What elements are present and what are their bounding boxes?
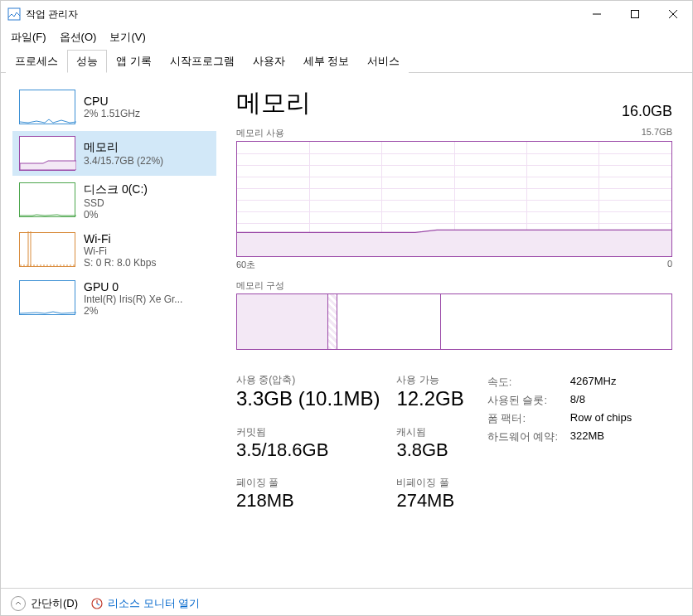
sidebar-item-sub: SSD bbox=[84, 197, 148, 209]
window-controls bbox=[578, 1, 692, 27]
stats-area: 사용 중(압축) 3.3GB (10.1MB) 커밋됨 3.5/18.6GB 페… bbox=[236, 373, 672, 512]
cached-label: 캐시됨 bbox=[396, 425, 463, 439]
menu-options[interactable]: 옵션(O) bbox=[55, 28, 102, 46]
composition-standby bbox=[337, 294, 442, 349]
memory-total: 16.0GB bbox=[622, 103, 672, 120]
paged-value: 218MB bbox=[236, 490, 380, 512]
content: CPU 2% 1.51GHz 메모리 3.4/15.7GB (22%) 디스크 … bbox=[1, 73, 692, 588]
memory-thumbnail bbox=[19, 136, 75, 171]
chart2-label: 메모리 구성 bbox=[236, 279, 284, 292]
reserved-value: 322MB bbox=[570, 428, 604, 446]
sidebar-item-sub: 2% 1.51GHz bbox=[84, 108, 140, 119]
in-use-label: 사용 중(압축) bbox=[236, 373, 380, 387]
memory-usage-chart[interactable] bbox=[236, 141, 672, 257]
fewer-details-label: 간단히(D) bbox=[31, 596, 78, 611]
menu-view[interactable]: 보기(V) bbox=[104, 28, 150, 46]
available-label: 사용 가능 bbox=[396, 373, 463, 387]
wifi-thumbnail bbox=[19, 232, 75, 267]
form-label: 폼 팩터: bbox=[487, 410, 570, 428]
svg-line-11 bbox=[97, 604, 99, 605]
sidebar-item-sub2: S: 0 R: 8.0 Kbps bbox=[84, 257, 156, 269]
svg-marker-8 bbox=[237, 230, 671, 256]
sidebar-item-label: 디스크 0(C:) bbox=[84, 182, 148, 197]
nonpaged-value: 274MB bbox=[396, 490, 463, 512]
svg-rect-2 bbox=[632, 11, 639, 18]
tab-performance[interactable]: 성능 bbox=[67, 50, 107, 73]
form-value: Row of chips bbox=[570, 410, 632, 428]
tab-app-history[interactable]: 앱 기록 bbox=[107, 50, 161, 73]
in-use-value: 3.3GB (10.1MB) bbox=[236, 387, 380, 410]
nonpaged-label: 비페이징 풀 bbox=[396, 476, 463, 490]
sidebar-item-sub: Wi-Fi bbox=[84, 245, 156, 257]
menu-file[interactable]: 파일(F) bbox=[6, 28, 51, 46]
titlebar: 작업 관리자 bbox=[1, 1, 692, 27]
window-title: 작업 관리자 bbox=[26, 7, 578, 22]
footer: 간단히(D) 리소스 모니터 열기 bbox=[1, 588, 692, 616]
sidebar-item-sub2: 0% bbox=[84, 209, 148, 221]
page-title: 메모리 bbox=[236, 86, 311, 120]
sidebar-item-label: CPU bbox=[84, 95, 140, 108]
cached-value: 3.8GB bbox=[396, 439, 463, 461]
disk-thumbnail bbox=[19, 182, 75, 217]
composition-modified bbox=[328, 294, 337, 349]
sidebar-item-cpu[interactable]: CPU 2% 1.51GHz bbox=[12, 85, 216, 129]
memory-composition-chart[interactable] bbox=[236, 293, 672, 350]
sidebar-item-gpu[interactable]: GPU 0 Intel(R) Iris(R) Xe Gr... 2% bbox=[12, 275, 216, 322]
available-value: 12.2GB bbox=[396, 387, 463, 410]
sidebar-item-disk[interactable]: 디스크 0(C:) SSD 0% bbox=[12, 177, 216, 226]
speed-value: 4267MHz bbox=[570, 373, 617, 391]
chevron-up-icon bbox=[11, 596, 26, 611]
app-icon bbox=[7, 7, 21, 21]
sidebar-item-memory[interactable]: 메모리 3.4/15.7GB (22%) bbox=[12, 131, 216, 176]
gpu-thumbnail bbox=[19, 280, 75, 315]
speed-label: 속도: bbox=[487, 373, 570, 391]
slots-label: 사용된 슬롯: bbox=[487, 391, 570, 410]
maximize-button[interactable] bbox=[616, 1, 654, 27]
menubar: 파일(F) 옵션(O) 보기(V) bbox=[1, 27, 692, 47]
tab-processes[interactable]: 프로세스 bbox=[6, 50, 67, 73]
tab-startup[interactable]: 시작프로그램 bbox=[161, 50, 244, 73]
sidebar-item-label: GPU 0 bbox=[84, 280, 182, 293]
reserved-label: 하드웨어 예약: bbox=[487, 428, 570, 446]
sidebar: CPU 2% 1.51GHz 메모리 3.4/15.7GB (22%) 디스크 … bbox=[1, 73, 216, 588]
slots-value: 8/8 bbox=[570, 391, 585, 410]
sidebar-item-wifi[interactable]: Wi-Fi Wi-Fi S: 0 R: 8.0 Kbps bbox=[12, 227, 216, 274]
tabbar: 프로세스 성능 앱 기록 시작프로그램 사용자 세부 정보 서비스 bbox=[1, 49, 692, 73]
sidebar-item-sub2: 2% bbox=[84, 305, 182, 317]
composition-in-use bbox=[237, 294, 328, 349]
sidebar-item-label: Wi-Fi bbox=[84, 232, 156, 245]
sidebar-item-sub: 3.4/15.7GB (22%) bbox=[84, 155, 163, 167]
chart1-xmax: 0 bbox=[667, 259, 672, 271]
resource-monitor-link[interactable]: 리소스 모니터 열기 bbox=[91, 596, 200, 611]
paged-label: 페이징 풀 bbox=[236, 476, 380, 490]
close-button[interactable] bbox=[654, 1, 692, 27]
fewer-details-button[interactable]: 간단히(D) bbox=[11, 596, 78, 611]
resource-monitor-icon bbox=[91, 598, 103, 609]
tab-services[interactable]: 서비스 bbox=[358, 50, 409, 73]
committed-value: 3.5/18.6GB bbox=[236, 439, 380, 461]
tab-details[interactable]: 세부 정보 bbox=[294, 50, 359, 73]
cpu-thumbnail bbox=[19, 90, 75, 124]
memory-info-table: 속도:4267MHz 사용된 슬롯:8/8 폼 팩터:Row of chips … bbox=[487, 373, 632, 446]
chart1-xmin: 60초 bbox=[236, 259, 255, 271]
main-panel: 메모리 16.0GB 메모리 사용 15.7GB 60초 0 메모리 구성 bbox=[216, 73, 692, 588]
tab-users[interactable]: 사용자 bbox=[244, 50, 294, 73]
minimize-button[interactable] bbox=[578, 1, 616, 27]
chart1-max: 15.7GB bbox=[642, 127, 672, 139]
composition-free bbox=[441, 294, 671, 349]
resource-monitor-label: 리소스 모니터 열기 bbox=[108, 596, 200, 611]
sidebar-item-label: 메모리 bbox=[84, 140, 163, 155]
committed-label: 커밋됨 bbox=[236, 425, 380, 439]
chart1-label: 메모리 사용 bbox=[236, 127, 284, 139]
svg-marker-5 bbox=[20, 161, 76, 170]
sidebar-item-sub: Intel(R) Iris(R) Xe Gr... bbox=[84, 293, 182, 305]
